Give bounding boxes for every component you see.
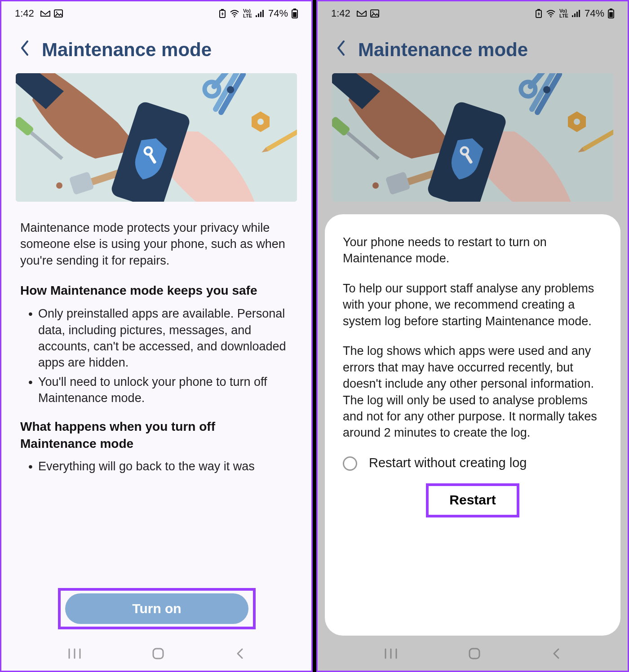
phone-left: 1:42 Vo)LTE 74%: [0, 0, 313, 672]
svg-rect-39: [572, 15, 573, 17]
svg-rect-33: [153, 649, 163, 659]
back-icon[interactable]: [19, 40, 30, 61]
sheet-para2: To help our support staff analyse any pr…: [343, 280, 602, 329]
body-content: Maintenance mode protects your privacy w…: [1, 212, 311, 475]
section1-list: Only preinstalled apps are available. Pe…: [20, 305, 292, 407]
turn-on-highlight: Turn on: [58, 588, 256, 629]
back-nav-icon[interactable]: [551, 647, 561, 662]
svg-rect-42: [579, 10, 580, 17]
svg-rect-67: [470, 649, 479, 659]
signal-icon: [256, 10, 265, 17]
restart-highlight: Restart: [426, 483, 519, 517]
sheet-para1: Your phone needs to restart to turn on M…: [343, 234, 602, 267]
intro-text: Maintenance mode protects your privacy w…: [20, 220, 292, 269]
svg-point-1: [56, 12, 57, 13]
radio-label: Restart without creating log: [369, 455, 527, 472]
app-header: Maintenance mode: [1, 23, 311, 71]
radio-icon[interactable]: [343, 456, 357, 471]
battery-icon: [608, 9, 614, 18]
battery-text: 74%: [585, 8, 604, 19]
battery-text: 74%: [268, 8, 288, 19]
restart-bottom-sheet: Your phone needs to restart to turn on M…: [325, 214, 620, 636]
navigation-bar: [318, 638, 628, 671]
back-nav-icon[interactable]: [235, 647, 245, 662]
clock-text: 1:42: [331, 8, 350, 19]
recents-icon[interactable]: [384, 648, 398, 661]
volte-icon: Vo)LTE: [243, 9, 252, 18]
gallery-icon: [370, 9, 379, 18]
svg-rect-6: [258, 13, 259, 17]
back-icon[interactable]: [336, 40, 346, 61]
svg-rect-41: [576, 12, 578, 17]
status-bar: 1:42 Vo)LTE 74%: [318, 1, 628, 23]
section1-title: How Maintenance mode keeps you safe: [20, 282, 292, 299]
signal-icon: [572, 10, 581, 17]
wifi-icon: [546, 9, 556, 18]
svg-point-63: [372, 182, 379, 189]
radio-option[interactable]: Restart without creating log: [343, 455, 602, 472]
home-icon[interactable]: [468, 647, 481, 662]
battery-icon: [292, 9, 298, 18]
list-item: Everything will go back to the way it wa…: [28, 458, 292, 474]
svg-rect-5: [256, 15, 257, 17]
navigation-bar: [1, 638, 311, 671]
svg-rect-10: [293, 9, 296, 10]
svg-rect-44: [610, 9, 612, 10]
gmail-icon: [357, 9, 367, 18]
svg-rect-45: [609, 12, 613, 17]
list-item: Only preinstalled apps are available. Pe…: [28, 305, 292, 371]
svg-point-51: [574, 119, 580, 125]
svg-rect-37: [537, 9, 540, 10]
gmail-icon: [40, 9, 50, 18]
page-title: Maintenance mode: [358, 39, 528, 61]
recents-icon[interactable]: [68, 648, 81, 661]
svg-rect-40: [574, 13, 576, 17]
illustration: [332, 73, 613, 202]
volte-icon: Vo)LTE: [559, 9, 568, 18]
section2-list: Everything will go back to the way it wa…: [20, 458, 292, 474]
status-bar: 1:42 Vo)LTE 74%: [1, 1, 311, 23]
list-item: You'll need to unlock your phone to turn…: [28, 374, 292, 407]
sheet-para3: The log shows which apps were used and a…: [343, 343, 602, 441]
svg-rect-3: [221, 9, 224, 10]
restart-button[interactable]: Restart: [449, 492, 496, 508]
battery-saver-icon: [535, 9, 542, 18]
page-title: Maintenance mode: [42, 39, 212, 61]
svg-point-35: [372, 12, 373, 13]
section2-title: What happens when you turn off Maintenan…: [20, 418, 292, 452]
svg-point-29: [56, 182, 62, 189]
turn-on-button[interactable]: Turn on: [65, 593, 248, 624]
svg-rect-8: [262, 10, 264, 17]
gallery-icon: [54, 9, 63, 18]
wifi-icon: [230, 9, 239, 18]
illustration: [16, 73, 297, 202]
home-icon[interactable]: [151, 647, 165, 662]
svg-point-17: [257, 119, 264, 125]
svg-rect-7: [260, 12, 261, 17]
clock-text: 1:42: [15, 8, 34, 19]
svg-point-4: [234, 16, 235, 18]
battery-saver-icon: [219, 9, 226, 18]
phone-right: 1:42 Vo)LTE 74%: [316, 0, 629, 672]
svg-point-38: [550, 16, 551, 18]
app-header: Maintenance mode: [318, 23, 628, 71]
svg-rect-11: [293, 12, 297, 17]
